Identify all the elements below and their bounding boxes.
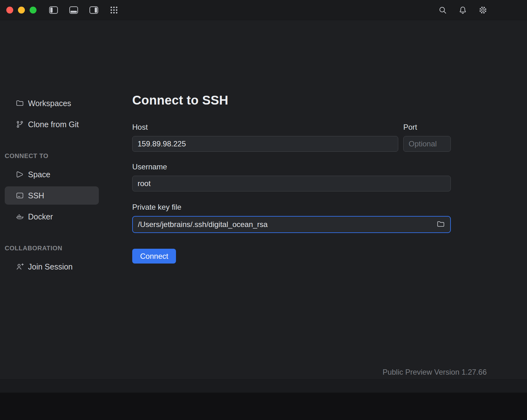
private-key-label: Private key file (132, 202, 451, 212)
sidebar-item-ssh[interactable]: SSH (5, 186, 99, 205)
connect-to-ssh-panel: Connect to SSH Host Port Username Privat… (132, 20, 527, 379)
panel-bottom-icon (69, 6, 78, 14)
sidebar-item-clone-from-git[interactable]: Clone from Git (5, 115, 99, 133)
panel-right-icon (89, 6, 98, 14)
close-window-button[interactable] (6, 7, 13, 14)
port-label: Port (403, 122, 451, 132)
bottom-panel-band (0, 379, 527, 393)
folder-icon (16, 99, 24, 107)
sidebar-item-label: Workspaces (28, 99, 71, 108)
panel-toggle-group (48, 4, 120, 16)
sidebar-item-docker[interactable]: Docker (5, 207, 99, 226)
window-content: Workspaces Clone from Git CONNECT TO (0, 20, 527, 379)
sidebar: Workspaces Clone from Git CONNECT TO (0, 20, 132, 379)
titlebar-right-group (437, 4, 489, 16)
port-field-group: Port (403, 122, 451, 152)
version-text: Public Preview Version 1.27.66 (382, 368, 487, 377)
titlebar (0, 0, 527, 20)
grid-dots-icon (110, 6, 118, 14)
sidebar-item-workspaces[interactable]: Workspaces (5, 94, 99, 112)
toggle-bottom-panel-button[interactable] (68, 4, 79, 16)
browse-key-file-button[interactable] (434, 218, 447, 231)
notifications-button[interactable] (457, 4, 468, 16)
settings-button[interactable] (477, 4, 489, 16)
toggle-left-panel-button[interactable] (48, 4, 59, 16)
page-title: Connect to SSH (132, 93, 451, 107)
search-icon (438, 6, 447, 14)
sidebar-item-space[interactable]: Space (5, 165, 99, 184)
gear-icon (479, 6, 487, 14)
username-input[interactable] (132, 176, 451, 191)
search-button[interactable] (437, 4, 448, 16)
zoom-window-button[interactable] (30, 7, 37, 14)
private-key-input-wrapper (132, 216, 451, 233)
app-grid-button[interactable] (108, 4, 120, 16)
host-port-row: Host Port (132, 122, 451, 152)
private-key-field-group: Private key file (132, 202, 451, 233)
username-field-group: Username (132, 162, 451, 191)
docker-icon (16, 213, 24, 221)
private-key-input[interactable] (133, 217, 434, 232)
bottom-strip (0, 393, 527, 420)
git-branch-icon (16, 120, 24, 128)
minimize-window-button[interactable] (18, 7, 25, 14)
traffic-lights (6, 7, 37, 14)
space-logo-icon (16, 170, 24, 179)
folder-browse-icon (437, 220, 445, 229)
panel-left-icon (49, 6, 58, 14)
host-label: Host (132, 122, 398, 132)
sidebar-item-join-session[interactable]: Join Session (5, 258, 99, 276)
person-plus-icon (16, 263, 24, 271)
sidebar-section-connect-to: CONNECT TO (5, 152, 132, 160)
sidebar-item-label: Docker (28, 212, 53, 221)
toggle-right-panel-button[interactable] (88, 4, 99, 16)
host-field-group: Host (132, 122, 398, 152)
app-window: Workspaces Clone from Git CONNECT TO (0, 0, 527, 420)
host-input[interactable] (132, 136, 398, 152)
sidebar-section-collaboration: COLLABORATION (5, 245, 132, 252)
connect-button[interactable]: Connect (132, 249, 176, 264)
username-label: Username (132, 162, 451, 171)
port-input[interactable] (403, 136, 451, 152)
sidebar-item-label: Join Session (28, 262, 73, 271)
sidebar-item-label: SSH (28, 191, 44, 200)
terminal-display-icon (16, 191, 24, 200)
bell-icon (458, 6, 467, 14)
sidebar-item-label: Space (28, 170, 50, 179)
sidebar-item-label: Clone from Git (28, 120, 79, 129)
